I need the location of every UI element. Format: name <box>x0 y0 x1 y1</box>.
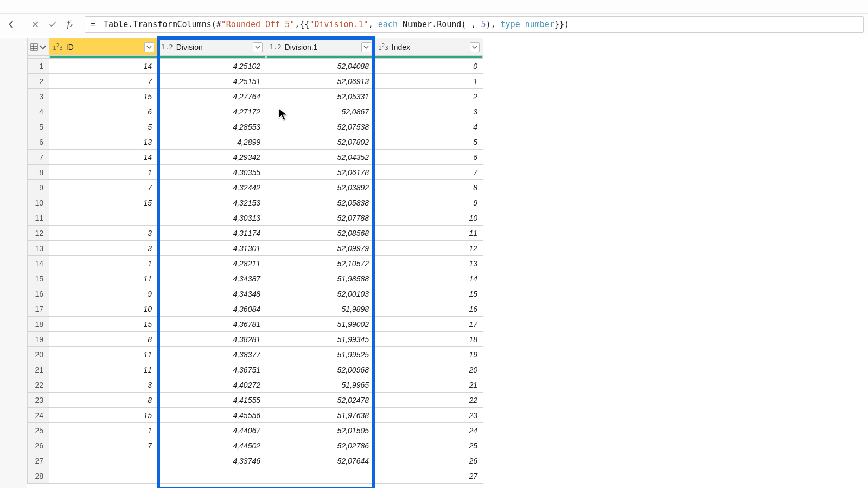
cell-division1[interactable]: 52,03892 <box>266 180 375 195</box>
cell-division[interactable]: 4,32153 <box>158 195 266 210</box>
cell-id[interactable] <box>49 468 158 484</box>
cell-index[interactable]: 7 <box>375 165 483 180</box>
cell-division1[interactable]: 52,07788 <box>266 210 375 226</box>
cell-index[interactable]: 8 <box>375 180 483 195</box>
cell-id[interactable]: 3 <box>49 241 158 256</box>
table-row[interactable]: 814,3035552,061787 <box>28 165 483 180</box>
row-number[interactable]: 28 <box>28 468 49 484</box>
cell-id[interactable]: 1 <box>49 165 158 180</box>
cell-index[interactable]: 26 <box>375 453 483 468</box>
cell-division1[interactable]: 51,99525 <box>266 347 375 362</box>
table-row[interactable]: 464,2717252,08673 <box>28 104 483 119</box>
table-row[interactable]: 2384,4155552,0247822 <box>28 393 483 408</box>
cell-division[interactable]: 4,44502 <box>158 438 266 453</box>
cell-id[interactable]: 14 <box>49 59 158 74</box>
cell-division1[interactable] <box>266 468 375 484</box>
cell-index[interactable]: 5 <box>375 134 483 150</box>
cell-id[interactable]: 3 <box>49 226 158 241</box>
cell-division1[interactable]: 51,98588 <box>266 271 375 286</box>
row-number[interactable]: 9 <box>28 180 49 195</box>
row-number[interactable]: 17 <box>28 301 49 317</box>
cell-id[interactable]: 11 <box>49 271 158 286</box>
table-row[interactable]: 3154,2776452,053312 <box>28 89 483 104</box>
cell-division1[interactable]: 52,07802 <box>266 134 375 150</box>
back-button[interactable] <box>2 15 21 34</box>
row-number[interactable]: 15 <box>28 271 49 286</box>
cell-index[interactable]: 1 <box>375 74 483 89</box>
table-row[interactable]: 18154,3678151,9900217 <box>28 317 483 332</box>
table-row[interactable]: 2674,4450252,0278625 <box>28 438 483 453</box>
cell-division1[interactable]: 52,07538 <box>266 119 375 134</box>
column-filter-button[interactable] <box>253 42 263 52</box>
table-corner[interactable] <box>28 38 49 56</box>
table-row[interactable]: 2514,4406752,0150524 <box>28 423 483 438</box>
cell-division1[interactable]: 52,02478 <box>266 393 375 408</box>
cell-index[interactable]: 23 <box>375 408 483 423</box>
table-row[interactable]: 1144,2510252,040880 <box>28 59 483 74</box>
row-number[interactable]: 26 <box>28 438 49 453</box>
cell-division[interactable]: 4,38377 <box>158 347 266 362</box>
cell-division[interactable]: 4,33746 <box>158 453 266 468</box>
cell-id[interactable]: 11 <box>49 347 158 362</box>
cell-index[interactable]: 3 <box>375 104 483 119</box>
cell-index[interactable]: 9 <box>375 195 483 210</box>
cell-id[interactable]: 6 <box>49 104 158 119</box>
table-row[interactable]: 2234,4027251,996521 <box>28 377 483 393</box>
row-number[interactable]: 6 <box>28 134 49 150</box>
cell-index[interactable]: 16 <box>375 301 483 317</box>
cell-id[interactable]: 7 <box>49 180 158 195</box>
row-number[interactable]: 24 <box>28 408 49 423</box>
cell-division[interactable]: 4,2899 <box>158 134 266 150</box>
table-row[interactable]: 10154,3215352,058389 <box>28 195 483 210</box>
cell-division1[interactable]: 52,08568 <box>266 226 375 241</box>
cell-index[interactable]: 11 <box>375 226 483 241</box>
table-row[interactable]: 21114,3675152,0096820 <box>28 362 483 377</box>
cell-id[interactable]: 15 <box>49 317 158 332</box>
cell-division[interactable]: 4,28211 <box>158 256 266 271</box>
cell-id[interactable]: 13 <box>49 134 158 150</box>
cell-id[interactable]: 1 <box>49 256 158 271</box>
column-header-index[interactable]: 123 Index <box>375 38 483 56</box>
cell-index[interactable]: 13 <box>375 256 483 271</box>
cell-id[interactable]: 9 <box>49 286 158 301</box>
cell-division[interactable]: 4,36781 <box>158 317 266 332</box>
fx-button[interactable]: fx <box>62 16 78 33</box>
cell-division[interactable]: 4,40272 <box>158 377 266 393</box>
row-number[interactable]: 13 <box>28 241 49 256</box>
cell-index[interactable]: 25 <box>375 438 483 453</box>
column-header-division[interactable]: 1.2 Division <box>158 38 266 56</box>
cell-index[interactable]: 22 <box>375 393 483 408</box>
table-row[interactable]: 1694,3434852,0010315 <box>28 286 483 301</box>
row-number[interactable]: 25 <box>28 423 49 438</box>
table-row[interactable]: 7144,2934252,043526 <box>28 150 483 165</box>
row-number[interactable]: 7 <box>28 150 49 165</box>
cell-division[interactable]: 4,25151 <box>158 74 266 89</box>
cancel-formula-button[interactable] <box>27 16 43 33</box>
cell-division1[interactable]: 51,99345 <box>266 332 375 347</box>
cell-division1[interactable]: 52,05331 <box>266 89 375 104</box>
table-row[interactable]: 24154,4555651,9763823 <box>28 408 483 423</box>
cell-index[interactable]: 17 <box>375 317 483 332</box>
cell-division1[interactable]: 52,10572 <box>266 256 375 271</box>
row-number[interactable]: 8 <box>28 165 49 180</box>
cell-division[interactable]: 4,34387 <box>158 271 266 286</box>
column-header-division1[interactable]: 1.2 Division.1 <box>266 38 375 56</box>
cell-index[interactable]: 18 <box>375 332 483 347</box>
cell-division[interactable]: 4,29342 <box>158 150 266 165</box>
cell-division1[interactable]: 52,04352 <box>266 150 375 165</box>
cell-id[interactable]: 1 <box>49 423 158 438</box>
cell-division1[interactable]: 52,00968 <box>266 362 375 377</box>
table-row[interactable]: 114,3031352,0778810 <box>28 210 483 226</box>
cell-index[interactable]: 24 <box>375 423 483 438</box>
column-header-id[interactable]: 123 ID <box>49 38 158 56</box>
cell-division1[interactable]: 51,9965 <box>266 377 375 393</box>
table-row[interactable]: 554,2855352,075384 <box>28 119 483 134</box>
row-number[interactable]: 2 <box>28 74 49 89</box>
cell-division1[interactable]: 52,09979 <box>266 241 375 256</box>
cell-id[interactable]: 8 <box>49 332 158 347</box>
row-number[interactable]: 20 <box>28 347 49 362</box>
row-number[interactable]: 10 <box>28 195 49 210</box>
cell-division[interactable]: 4,25102 <box>158 59 266 74</box>
row-number[interactable]: 23 <box>28 393 49 408</box>
cell-id[interactable] <box>49 210 158 226</box>
